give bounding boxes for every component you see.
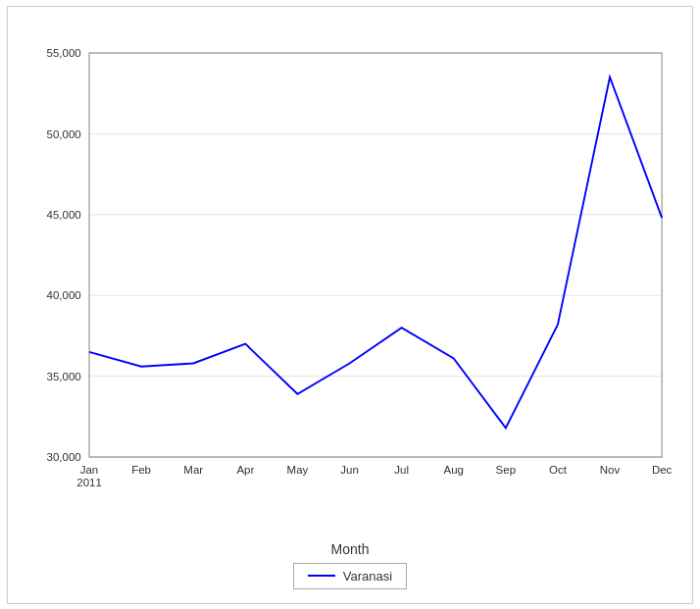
svg-text:Oct: Oct [549,463,568,475]
svg-text:Nov: Nov [600,463,621,475]
svg-text:Sep: Sep [496,463,516,475]
svg-text:Jan: Jan [80,463,99,475]
svg-text:40,000: 40,000 [47,289,81,301]
line-chart: 30,00035,00040,00045,00050,00055,000Jan2… [18,17,682,539]
svg-text:May: May [287,463,309,475]
svg-text:2011: 2011 [76,477,102,488]
chart-area: 30,00035,00040,00045,00050,00055,000Jan2… [18,17,682,539]
svg-text:Apr: Apr [236,463,254,475]
svg-text:Jul: Jul [394,463,409,475]
chart-legend: Varanasi [293,563,407,589]
svg-rect-12 [89,53,662,457]
svg-text:55,000: 55,000 [47,47,81,59]
svg-text:35,000: 35,000 [47,370,81,381]
svg-text:Jun: Jun [340,463,359,475]
svg-text:Dec: Dec [652,463,673,475]
svg-text:45,000: 45,000 [47,209,81,221]
x-axis-label: Month [331,541,370,557]
svg-text:50,000: 50,000 [47,127,81,139]
svg-text:Mar: Mar [183,463,203,475]
legend-line-icon [308,575,335,577]
chart-container: 30,00035,00040,00045,00050,00055,000Jan2… [7,6,693,604]
svg-text:Feb: Feb [131,463,151,475]
legend-label: Varanasi [343,569,392,584]
svg-text:Aug: Aug [444,463,464,475]
svg-text:30,000: 30,000 [47,451,81,463]
